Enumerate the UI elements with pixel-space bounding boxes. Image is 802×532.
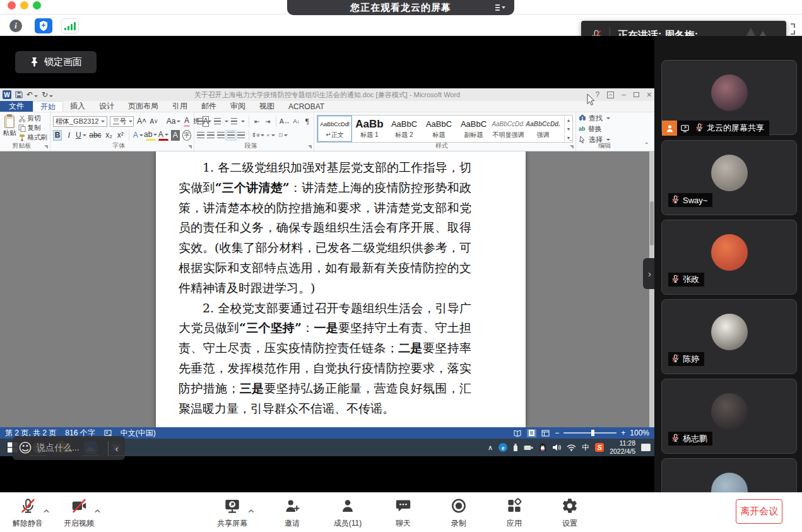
zoom-level[interactable]: 100% [630, 429, 649, 437]
underline-button[interactable]: U [76, 130, 86, 141]
read-mode-icon[interactable] [513, 429, 522, 437]
close-button[interactable]: × [647, 90, 652, 100]
record-button[interactable]: 录制 [440, 497, 478, 529]
web-layout-icon[interactable] [541, 429, 550, 437]
styles-more-button[interactable]: ▼̲ [567, 136, 571, 140]
language-indicator[interactable]: 中文(中国) [121, 428, 156, 439]
start-video-options-caret[interactable] [94, 505, 101, 529]
subscript-button[interactable]: x₂ [105, 130, 114, 141]
ribbon-tab-7[interactable]: 审阅 [223, 101, 252, 112]
bullets-button[interactable] [197, 118, 204, 125]
emoji-icon[interactable]: ☺ [18, 440, 32, 456]
ribbon-tab-9[interactable]: ACROBAT [281, 101, 331, 112]
apps-button[interactable]: 应用 [495, 497, 533, 529]
show-hide-marks-button[interactable]: ¶ [303, 116, 311, 127]
volume-icon[interactable] [552, 444, 561, 451]
shrink-font-button[interactable]: A˅ [149, 116, 158, 127]
share-screen-options-caret[interactable] [247, 505, 254, 529]
replace-button[interactable]: ab替换 [579, 124, 637, 134]
ribbon-tab-0[interactable]: 文件 [0, 101, 33, 112]
qq-icon[interactable] [539, 443, 546, 452]
notification-center-icon[interactable] [641, 444, 651, 451]
numbering-button[interactable] [214, 118, 221, 125]
zoom-slider[interactable] [563, 432, 616, 434]
minimize-button[interactable]: – [622, 90, 626, 99]
ribbon-tab-5[interactable]: 引用 [165, 101, 194, 112]
banner-menu-button[interactable] [495, 4, 505, 11]
close-traffic-light[interactable] [8, 1, 16, 9]
quick-chat-bubble[interactable]: ☺ 说点什么... ‹ [13, 436, 125, 460]
input-method-indicator[interactable]: 中 [582, 442, 589, 453]
change-case-button[interactable]: Aa [166, 116, 181, 127]
participant-tile-3[interactable]: 张政 [661, 220, 797, 295]
style-item-0[interactable]: AaBbCcDdl↵正文 [317, 115, 352, 142]
ribbon-tab-3[interactable]: 设计 [92, 101, 121, 112]
expand-corner-icon[interactable] [786, 23, 796, 35]
save-icon[interactable] [15, 91, 23, 98]
document-scrollbar[interactable] [649, 151, 654, 427]
cut-button[interactable]: 剪切 [18, 114, 48, 123]
style-item-3[interactable]: AaBbC标题 [422, 115, 456, 142]
strikethrough-button[interactable]: abc [88, 130, 102, 141]
unmute-button[interactable]: 解除静音 [9, 497, 47, 529]
text-effects-button[interactable]: A [133, 130, 143, 141]
font-color-button[interactable]: A [158, 130, 168, 141]
bold-button[interactable]: B [53, 130, 62, 141]
justify-button[interactable] [227, 132, 235, 139]
wifi-icon[interactable] [567, 444, 576, 451]
ribbon-tab-4[interactable]: 页面布局 [121, 101, 165, 112]
share-screen-button[interactable]: 共享屏幕 [213, 497, 251, 529]
distribute-button[interactable] [237, 132, 245, 139]
borders-button[interactable] [278, 130, 288, 141]
security-button[interactable] [35, 18, 52, 33]
highlight-color-button[interactable]: ab [146, 130, 156, 141]
unmute-options-caret[interactable] [43, 505, 50, 529]
line-spacing-button[interactable]: ⇕≡ [253, 130, 263, 141]
start-video-button[interactable]: 开启视频 [60, 497, 98, 529]
font-size-select[interactable]: 三号 [110, 116, 134, 127]
participant-tile-5[interactable]: 杨志鹏 [661, 379, 797, 454]
chat-input-placeholder[interactable]: 说点什么... [37, 442, 108, 454]
collapse-ribbon-button[interactable]: ⌃ [644, 141, 649, 148]
restore-button[interactable] [634, 92, 639, 97]
undo-icon[interactable]: ↶ [27, 91, 38, 98]
invite-button[interactable]: 邀请 [273, 497, 311, 529]
members-button[interactable]: 成员(11) [329, 497, 367, 529]
decrease-indent-button[interactable]: ⇤ [253, 116, 261, 127]
italic-button[interactable]: I [64, 130, 73, 141]
increase-indent-button[interactable]: ⇥ [264, 116, 272, 127]
enclose-characters-button[interactable]: 字 [182, 130, 191, 141]
minimize-traffic-light[interactable] [20, 1, 28, 9]
ribbon-tab-8[interactable]: 视图 [252, 101, 281, 112]
collapse-chat-icon[interactable]: ‹ [109, 443, 125, 454]
participant-tile-1[interactable]: 龙云的屏幕共享 [661, 60, 797, 135]
paste-button[interactable]: 粘贴 [3, 114, 17, 142]
align-center-button[interactable] [207, 132, 215, 139]
hidden-icons-button[interactable]: ∧ [488, 444, 493, 452]
redo-icon[interactable]: ↻ [42, 91, 53, 98]
device-icon[interactable] [524, 444, 533, 451]
clear-formatting-button[interactable]: A [184, 116, 190, 127]
styles-dialog-launcher[interactable] [570, 145, 574, 149]
chat-button[interactable]: 聊天 [384, 497, 422, 529]
clipboard-dialog-launcher[interactable] [44, 145, 48, 149]
style-item-6[interactable]: AaBbCcDd.强调 [526, 115, 560, 142]
style-item-5[interactable]: AaBbCcDd.不明显强调 [491, 115, 526, 142]
styles-up-arrow[interactable]: ▲ [567, 118, 571, 122]
align-right-button[interactable] [217, 132, 225, 139]
participant-tile-2[interactable]: Sway~ [661, 140, 797, 215]
ribbon-options-icon[interactable] [607, 92, 614, 98]
style-item-4[interactable]: AaBbC副标题 [456, 115, 491, 142]
shading-button[interactable] [266, 130, 276, 141]
superscript-button[interactable]: x² [116, 130, 125, 141]
multilevel-list-button[interactable] [231, 118, 238, 125]
asian-layout-button[interactable]: A↔ [280, 116, 290, 127]
leave-meeting-button[interactable]: 离开会议 [736, 499, 782, 524]
align-left-button[interactable] [197, 132, 204, 139]
document-page[interactable]: 1. 各二级党组织加强对基层党支部的工作指导，切实做到“三个讲清楚”：讲清楚上海… [156, 151, 526, 427]
settings-button[interactable]: 设置 [551, 497, 589, 529]
style-item-1[interactable]: AaBb标题 1 [352, 115, 387, 142]
character-shading-button[interactable]: A [171, 130, 180, 141]
ribbon-tab-2[interactable]: 插入 [63, 101, 92, 112]
paragraph-dialog-launcher[interactable] [308, 145, 312, 149]
